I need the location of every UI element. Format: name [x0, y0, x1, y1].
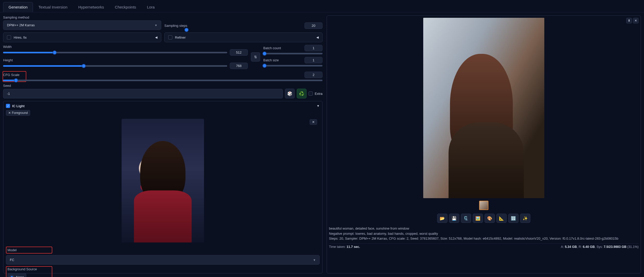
sampling-steps-label: Sampling steps [164, 24, 187, 28]
open-folder-button[interactable]: 📂 [437, 214, 447, 223]
send-to-inpaint-button[interactable]: 🎨 [485, 214, 495, 223]
palette-icon: 🎨 [487, 216, 492, 221]
result-panel: ⬇ ✕ 📂 💾 🗜️ 🖼️ 🎨 📐 🔢 ✨ beautiful woman, d… [327, 15, 641, 273]
time-taken-label: Time taken: [329, 245, 346, 249]
ic-light-panel: ✓ IC Light ▼ ✕ Foreground ✕ Model [3, 101, 323, 273]
reuse-seed-button[interactable]: ♻️ [297, 89, 307, 98]
seed-label: Seed [3, 84, 323, 88]
ic-light-checkbox[interactable]: ✓ [6, 104, 10, 108]
extra-label: Extra [315, 92, 323, 96]
triangle-down-icon[interactable]: ▼ [317, 104, 320, 108]
stat-r-value: 6.40 GB [583, 245, 595, 249]
main-tabs: Generation Textual Inversion Hypernetwor… [0, 0, 644, 12]
save-button[interactable]: 💾 [449, 214, 459, 223]
close-result-button[interactable]: ✕ [633, 18, 639, 23]
random-seed-button[interactable]: 🎲 [285, 89, 295, 98]
ic-model-label: Model [7, 248, 51, 252]
height-label: Height [3, 58, 19, 62]
width-slider[interactable] [3, 52, 227, 53]
bg-source-label: Background Source [7, 267, 37, 271]
hires-fix-label: Hires. fix [14, 36, 27, 39]
chevron-down-icon: ▼ [155, 24, 157, 27]
stat-sys-value: 7.5/23.9883 GB [604, 245, 626, 249]
refiner-checkbox[interactable] [168, 35, 172, 39]
hires-fix-accordion[interactable]: Hires. fix ◀ [3, 32, 161, 42]
upscale-button[interactable]: ✨ [520, 214, 530, 223]
send-to-extras-button[interactable]: 📐 [496, 214, 507, 223]
highlight-box-model-bg: Model [6, 247, 52, 254]
foreground-tag[interactable]: ✕ Foreground [6, 110, 30, 116]
stat-sys-label: Sys: [597, 245, 603, 249]
ruler-icon: 📐 [499, 216, 504, 221]
result-image[interactable] [423, 18, 544, 198]
time-taken-value: 11.7 sec. [346, 245, 360, 249]
batch-count-slider[interactable] [263, 53, 323, 54]
hires-fix-checkbox[interactable] [7, 35, 11, 39]
send-to-img-button[interactable]: 🖼️ [473, 214, 483, 223]
tab-lora[interactable]: Lora [141, 2, 160, 12]
remove-image-button[interactable]: ✕ [310, 119, 317, 125]
triangle-left-icon: ◀ [155, 36, 157, 39]
sampling-method-label: Sampling method [3, 15, 161, 19]
sampling-method-select[interactable]: DPM++ 2M Karras ▼ [3, 20, 161, 30]
cfg-scale-value[interactable]: 2 [304, 72, 323, 78]
zip-button[interactable]: 🗜️ [461, 214, 471, 223]
download-result-button[interactable]: ⬇ [626, 18, 632, 23]
tab-checkpoints[interactable]: Checkpoints [109, 2, 142, 12]
triangle-left-icon: ◀ [316, 36, 319, 39]
tab-textual-inversion[interactable]: Textual Inversion [33, 2, 73, 12]
dice-icon: 🎲 [287, 91, 292, 96]
batch-size-value[interactable]: 1 [304, 57, 323, 63]
height-value[interactable]: 768 [230, 63, 248, 69]
swap-dimensions-button[interactable]: ⇅ [251, 52, 260, 62]
ic-model-select[interactable]: FC ▼ [6, 255, 320, 265]
download-icon: ⬇ [628, 19, 630, 22]
close-icon: ✕ [634, 19, 637, 22]
tag-close-icon: ✕ [8, 111, 11, 115]
sparkle-icon: ✨ [523, 216, 528, 221]
ic-light-title: IC Light [12, 104, 24, 108]
width-value[interactable]: 512 [230, 49, 248, 56]
chevron-down-icon: ▼ [313, 258, 316, 262]
folder-icon: 📂 [440, 216, 445, 221]
foreground-image-preview[interactable] [122, 119, 204, 242]
refiner-label: Refiner [175, 36, 186, 39]
stat-sys-pct: (31.1%) [627, 245, 639, 249]
stat-r-label: R: [579, 245, 582, 249]
tab-generation[interactable]: Generation [3, 2, 33, 12]
batch-count-value[interactable]: 1 [304, 45, 323, 51]
bg-source-none-label: None [16, 275, 24, 277]
ic-model-value: FC [10, 258, 14, 262]
save-icon: 💾 [452, 216, 457, 221]
result-params: Steps: 20, Sampler: DPM++ 2M Karras, CFG… [329, 236, 639, 241]
grid-button[interactable]: 🔢 [508, 214, 519, 223]
highlight-box-bg-source: Background Source None [6, 266, 52, 277]
foreground-tag-label: Foreground [12, 111, 28, 115]
image-icon: 🖼️ [475, 216, 480, 221]
width-label: Width [3, 45, 19, 49]
batch-count-label: Batch count [263, 46, 281, 50]
bg-source-none-radio[interactable] [10, 275, 14, 277]
batch-size-slider[interactable] [263, 65, 323, 66]
batch-size-label: Batch size [263, 58, 279, 62]
cfg-scale-label: CFG Scale [3, 73, 20, 77]
stat-a-label: A: [561, 245, 564, 249]
stat-a-value: 5.34 GB [565, 245, 577, 249]
neg-prompt-label: Negative prompt: [329, 232, 354, 236]
neg-prompt-value: lowres, bad anatomy, bad hands, cropped,… [355, 232, 438, 236]
refiner-accordion[interactable]: Refiner ◀ [164, 32, 323, 42]
tab-hypernetworks[interactable]: Hypernetworks [73, 2, 109, 12]
sampling-method-value: DPM++ 2M Karras [7, 23, 35, 27]
height-slider[interactable] [3, 65, 227, 67]
cfg-scale-slider[interactable] [3, 80, 323, 81]
extra-checkbox[interactable] [309, 91, 313, 96]
zip-icon: 🗜️ [463, 216, 469, 221]
grid-icon: 🔢 [511, 216, 516, 221]
sampling-steps-value[interactable]: 20 [304, 22, 323, 29]
result-prompt: beautiful woman, detailed face, sunshine… [329, 226, 639, 231]
recycle-icon: ♻️ [299, 91, 304, 96]
result-thumbnail[interactable] [479, 201, 488, 210]
seed-input[interactable]: -1 [3, 89, 283, 98]
